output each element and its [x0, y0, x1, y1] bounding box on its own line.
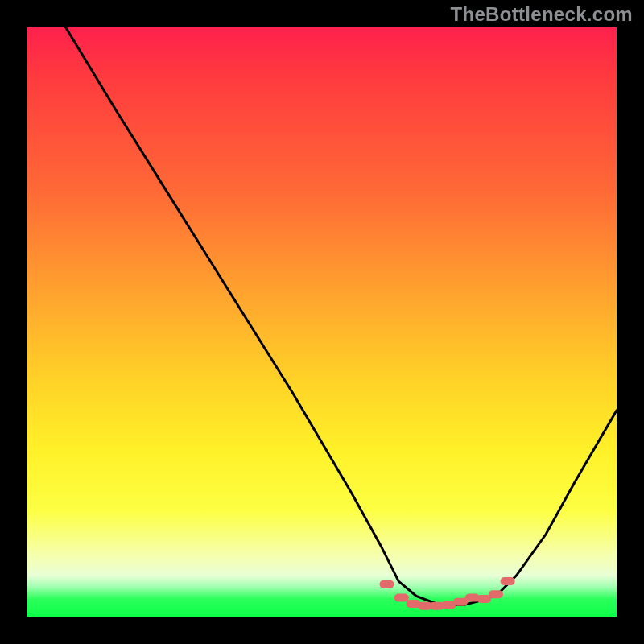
highlight-marker	[394, 594, 409, 602]
highlight-marker	[501, 577, 515, 585]
highlight-marker	[380, 580, 394, 588]
plot-area	[27, 27, 617, 617]
highlight-marker	[489, 590, 503, 598]
curve-svg	[27, 27, 617, 617]
attribution-watermark: TheBottleneck.com	[451, 3, 633, 26]
bottleneck-curve	[66, 27, 617, 605]
chart-frame: TheBottleneck.com	[0, 0, 644, 644]
